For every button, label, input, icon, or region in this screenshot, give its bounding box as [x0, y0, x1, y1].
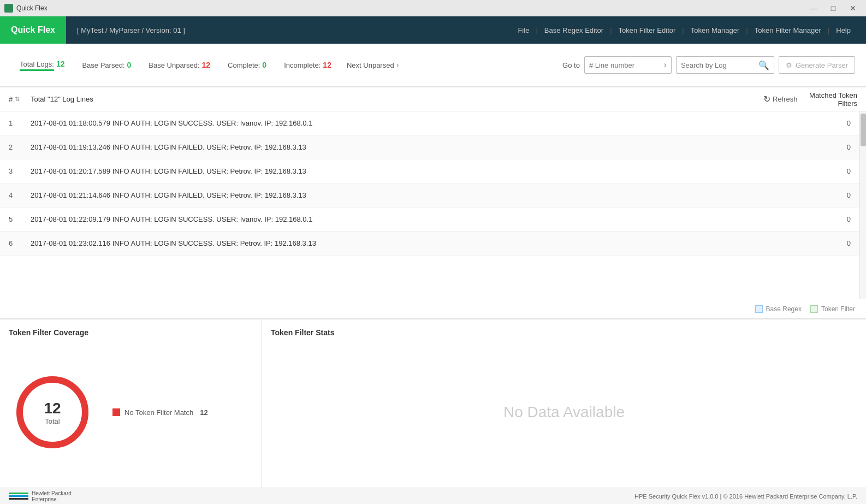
row-num: 6	[9, 239, 31, 247]
row-matched: 0	[752, 239, 851, 247]
close-button[interactable]: ✕	[844, 2, 862, 14]
log-rows-container: 1 2017-08-01 01:18:00.579 INFO AUTH: LOG…	[0, 111, 859, 299]
nav-token-filter-editor[interactable]: Token Filter Editor	[612, 16, 683, 44]
total-logs-stat: Total Logs: 12	[11, 60, 73, 71]
col-matched-header: ↻ Refresh Matched Token Filters	[759, 91, 857, 108]
hpe-brand-label: Hewlett PackardEnterprise	[32, 490, 72, 502]
search-icon[interactable]: 🔍	[758, 60, 769, 70]
footer-copyright: HPE Security Quick Flex v1.0.0 | © 2016 …	[634, 493, 857, 500]
no-data-message: No Data Available	[271, 346, 857, 479]
col-log-header: Total "12" Log Lines	[31, 95, 759, 103]
row-num: 2	[9, 143, 31, 151]
nav-base-regex-editor[interactable]: Base Regex Editor	[538, 16, 610, 44]
row-log: 2017-08-01 01:19:13.246 INFO AUTH: LOGIN…	[31, 143, 752, 151]
sort-icon[interactable]: ⇅	[15, 97, 20, 102]
donut-center: 12 Total	[44, 400, 61, 425]
app-header: Quick Flex [ MyTest / MyParser / Version…	[0, 16, 866, 44]
base-parsed-stat: Base Parsed: 0	[73, 61, 140, 69]
donut-number: 12	[44, 400, 61, 417]
titlebar-app-name: Quick Flex	[16, 4, 48, 12]
row-matched: 0	[752, 215, 851, 223]
log-content-wrapper: 1 2017-08-01 01:18:00.579 INFO AUTH: LOG…	[0, 111, 866, 299]
scrollbar-thumb[interactable]	[861, 114, 866, 146]
row-num: 4	[9, 191, 31, 199]
legend-area: Base Regex Token Filter	[0, 299, 866, 318]
line-number-input-container[interactable]: ›	[584, 56, 672, 74]
total-logs-label: Total Logs:	[20, 60, 54, 71]
base-unparsed-value: 12	[202, 61, 211, 69]
search-input[interactable]	[681, 61, 758, 69]
breadcrumb: [ MyTest / MyParser / Version: 01 ]	[66, 26, 196, 34]
table-row[interactable]: 3 2017-08-01 01:20:17.589 INFO AUTH: LOG…	[0, 159, 859, 183]
hpe-bar-2	[9, 495, 28, 497]
complete-label: Complete:	[228, 61, 260, 69]
legend-base-regex: Base Regex	[755, 305, 802, 313]
search-box-container[interactable]: 🔍	[676, 56, 774, 74]
col-matched-label: Matched Token Filters	[806, 91, 857, 108]
row-log: 2017-08-01 01:21:14.646 INFO AUTH: LOGIN…	[31, 191, 752, 199]
log-table-header: # ⇅ Total "12" Log Lines ↻ Refresh Match…	[0, 87, 866, 111]
goto-arrow-icon[interactable]: ›	[664, 60, 667, 70]
complete-stat: Complete: 0	[219, 61, 275, 69]
table-row[interactable]: 6 2017-08-01 01:23:02.116 INFO AUTH: LOG…	[0, 232, 859, 256]
chart-area: 12 Total No Token Filter Match 12	[9, 346, 253, 479]
generate-parser-icon: ⚙	[786, 61, 792, 69]
stats-right: Go to › 🔍 ⚙ Generate Parser	[562, 56, 855, 74]
row-log: 2017-08-01 01:18:00.579 INFO AUTH: LOGIN…	[31, 119, 752, 127]
table-row[interactable]: 4 2017-08-01 01:21:14.646 INFO AUTH: LOG…	[0, 183, 859, 207]
table-row[interactable]: 5 2017-08-01 01:22:09.179 INFO AUTH: LOG…	[0, 207, 859, 232]
next-unparsed-label: Next Unparsed	[347, 61, 394, 69]
line-number-input[interactable]	[589, 61, 664, 69]
row-log: 2017-08-01 01:22:09.179 INFO AUTH: LOGIN…	[31, 215, 752, 223]
stats-panel: Token Filter Stats No Data Available	[262, 319, 866, 488]
base-unparsed-label: Base Unparsed:	[149, 61, 199, 69]
titlebar: Quick Flex — □ ✕	[0, 0, 866, 16]
incomplete-label: Incomplete:	[284, 61, 321, 69]
nav-token-manager[interactable]: Token Manager	[684, 16, 746, 44]
donut-chart: 12 Total	[9, 369, 96, 456]
refresh-icon: ↻	[763, 94, 770, 104]
app-header-left: Quick Flex [ MyTest / MyParser / Version…	[0, 16, 196, 44]
coverage-panel: Token Filter Coverage 12 Total No Token …	[0, 319, 262, 488]
hpe-bar-1	[9, 493, 28, 494]
next-unparsed[interactable]: Next Unparsed ›	[340, 61, 405, 69]
coverage-panel-title: Token Filter Coverage	[9, 328, 253, 337]
no-match-legend-label: No Token Filter Match	[124, 408, 193, 417]
nav-token-filter-manager[interactable]: Token Filter Manager	[748, 16, 828, 44]
app-icon	[4, 4, 13, 13]
token-filter-legend-icon	[810, 305, 818, 313]
base-regex-legend-label: Base Regex	[766, 305, 802, 313]
generate-parser-button[interactable]: ⚙ Generate Parser	[779, 56, 855, 74]
hpe-bar-3	[9, 498, 28, 500]
nav-file[interactable]: File	[511, 16, 536, 44]
stats-panel-title: Token Filter Stats	[271, 328, 857, 337]
incomplete-stat: Incomplete: 12	[275, 61, 340, 69]
row-num: 3	[9, 167, 31, 175]
chevron-right-icon: ›	[396, 61, 399, 69]
row-matched: 0	[752, 191, 851, 199]
donut-label: Total	[44, 417, 61, 425]
complete-value: 0	[262, 61, 266, 69]
row-num: 5	[9, 215, 31, 223]
generate-parser-label: Generate Parser	[796, 61, 848, 69]
table-row[interactable]: 1 2017-08-01 01:18:00.579 INFO AUTH: LOG…	[0, 111, 859, 135]
bottom-panels: Token Filter Coverage 12 Total No Token …	[0, 318, 866, 488]
token-filter-legend-label: Token Filter	[821, 305, 855, 313]
base-parsed-label: Base Parsed:	[82, 61, 124, 69]
maximize-button[interactable]: □	[825, 2, 842, 14]
stats-bar: Total Logs: 12 Base Parsed: 0 Base Unpar…	[0, 44, 866, 87]
log-table-area: # ⇅ Total "12" Log Lines ↻ Refresh Match…	[0, 87, 866, 318]
goto-label: Go to	[562, 61, 580, 69]
minimize-button[interactable]: —	[805, 2, 822, 14]
row-matched: 0	[752, 143, 851, 151]
refresh-button[interactable]: ↻ Refresh	[759, 92, 802, 106]
col-num-label: #	[9, 95, 13, 103]
row-matched: 0	[752, 119, 851, 127]
scrollbar[interactable]	[859, 111, 866, 299]
hpe-logo	[9, 491, 28, 502]
footer: Hewlett PackardEnterprise HPE Security Q…	[0, 488, 866, 504]
nav-help[interactable]: Help	[829, 16, 857, 44]
app-logo: Quick Flex	[0, 16, 66, 44]
row-log: 2017-08-01 01:23:02.116 INFO AUTH: LOGIN…	[31, 239, 752, 247]
table-row[interactable]: 2 2017-08-01 01:19:13.246 INFO AUTH: LOG…	[0, 135, 859, 159]
